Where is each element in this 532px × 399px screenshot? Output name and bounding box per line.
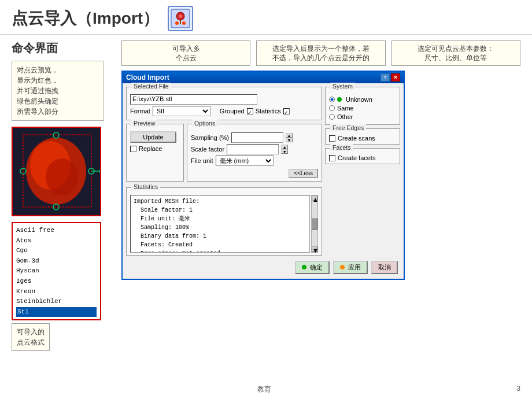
options-section: Options Sampling (%) 100.000000 ▲ ▼ — [187, 124, 322, 182]
annotation-grouped: 选定导入后显示为一个整体，若不选，导入的几个点云是分开的 — [256, 40, 385, 66]
svg-point-10 — [46, 158, 78, 195]
create-scans-checkbox[interactable] — [329, 135, 335, 142]
same-radio[interactable] — [329, 105, 335, 111]
dialog-body: Selected File E:\xyz\YZB.stl Format Stl — [123, 83, 404, 279]
format-item-kreon[interactable]: Kreon — [16, 287, 97, 297]
page-title: 点云导入（Import） — [12, 8, 159, 29]
right-column: 可导入多个点云 选定导入后显示为一个整体，若不选，导入的几个点云是分开的 选定可… — [121, 40, 520, 351]
annotation-multicloud: 可导入多个点云 — [121, 40, 250, 66]
create-scans-row: Create scans — [329, 135, 396, 142]
system-title: System — [330, 83, 355, 90]
file-unit-label: File unit — [191, 157, 213, 164]
less-button[interactable]: <<Less — [289, 169, 318, 178]
ok-label: 确定 — [310, 264, 323, 271]
help-button[interactable]: ? — [380, 73, 390, 82]
sampling-row: Sampling (%) 100.000000 ▲ ▼ — [191, 132, 318, 143]
preview-title: Preview — [131, 120, 157, 127]
dialog-main-panels: Selected File E:\xyz\YZB.stl Format Stl — [126, 87, 400, 258]
statistics-section: Statistics Imported MESH file: Scale fac… — [126, 187, 322, 256]
same-row: Same — [329, 105, 396, 112]
unknown-indicator — [337, 97, 342, 102]
left-column: 命令界面 对点云预览，显示为红色，并可通过拖拽绿色箭头确定所需导入部分 — [12, 40, 113, 351]
replace-label: Replace — [139, 145, 162, 152]
statistics-text-area[interactable]: Imported MESH file: Scale factor: 1 File… — [130, 195, 310, 253]
format-item-steinbichler[interactable]: Steinbichler — [16, 297, 97, 307]
format-list-annotation: 可导入的点云格式 — [12, 323, 50, 351]
stats-scrollbar[interactable]: ▲ ▼ — [311, 195, 318, 253]
svg-point-2 — [179, 14, 182, 18]
format-item-gom3d[interactable]: Gom-3d — [16, 256, 97, 267]
svg-marker-16 — [99, 169, 101, 173]
format-list[interactable]: Ascii free Atos Cgo Gom-3d Hyscan Iges K… — [12, 222, 101, 320]
scale-up[interactable]: ▲ — [281, 145, 288, 149]
ok-button[interactable]: 确定 — [295, 261, 330, 274]
section-label: 命令界面 — [12, 40, 113, 56]
sampling-up[interactable]: ▲ — [286, 133, 293, 138]
format-item-iges[interactable]: Iges — [16, 276, 97, 287]
format-select[interactable]: Stl — [153, 106, 210, 116]
dialog-right-panel: System Unknown Same — [325, 87, 400, 258]
svg-point-4 — [175, 21, 179, 25]
replace-checkbox[interactable] — [130, 146, 136, 152]
facets-section: Facets Create facets — [325, 148, 400, 164]
sampling-label: Sampling (%) — [191, 134, 229, 141]
scale-factor-label: Scale factor — [191, 146, 224, 153]
grouped-label: Grouped — [220, 108, 245, 114]
ok-indicator — [302, 265, 306, 269]
sampling-spinner[interactable]: ▲ ▼ — [286, 133, 293, 142]
replace-row: Replace — [130, 145, 180, 152]
apply-label: 应用 — [348, 264, 361, 271]
format-item-stl[interactable]: Stl — [16, 307, 97, 317]
statistics-checkbox[interactable] — [283, 108, 290, 114]
sampling-down[interactable]: ▼ — [286, 138, 293, 142]
selected-file-title: Selected File — [131, 83, 171, 90]
scale-spinner[interactable]: ▲ ▼ — [281, 145, 288, 154]
scroll-down[interactable]: ▼ — [312, 246, 317, 252]
apply-button[interactable]: 应用 — [333, 261, 368, 274]
scale-factor-input[interactable]: 1.000000 — [227, 144, 279, 154]
unknown-label: Unknown — [346, 96, 372, 103]
create-scans-label: Create scans — [338, 135, 375, 142]
create-facets-label: Create facets — [338, 154, 375, 161]
format-label: Format — [130, 108, 150, 114]
dialog-titlebar: Cloud Import ? ✕ — [123, 72, 404, 83]
close-button[interactable]: ✕ — [391, 73, 400, 82]
dialog-left-panel: Selected File E:\xyz\YZB.stl Format Stl — [126, 87, 322, 258]
file-unit-select[interactable]: 毫米 (mm) — [216, 156, 274, 166]
scroll-up[interactable]: ▲ — [312, 195, 317, 201]
svg-point-5 — [182, 21, 186, 25]
page-header: 点云导入（Import） — [0, 0, 532, 35]
system-section: System Unknown Same — [325, 87, 400, 125]
annotation-preview: 对点云预览，显示为红色，并可通过拖拽绿色箭头确定所需导入部分 — [12, 61, 104, 121]
scroll-thumb[interactable] — [312, 218, 317, 230]
scale-factor-row: Scale factor 1.000000 ▲ ▼ — [191, 144, 318, 154]
page-footer: 教育 3 — [0, 385, 532, 394]
sampling-input[interactable]: 100.000000 — [231, 132, 283, 143]
format-item-atos[interactable]: Atos — [16, 236, 97, 246]
cancel-button[interactable]: 取消 — [371, 261, 398, 274]
titlebar-buttons: ? ✕ — [380, 73, 400, 82]
preview-section: Preview Update Replace — [126, 124, 184, 182]
dialog-title: Cloud Import — [126, 73, 169, 82]
selected-file-section: Selected File E:\xyz\YZB.stl Format Stl — [126, 87, 322, 120]
format-item-hyscan[interactable]: Hyscan — [16, 266, 97, 276]
header-icon — [168, 6, 193, 31]
top-annotations: 可导入多个点云 选定导入后显示为一个整体，若不选，导入的几个点云是分开的 选定可… — [121, 40, 520, 66]
update-button[interactable]: Update — [130, 131, 176, 143]
create-facets-checkbox[interactable] — [329, 155, 335, 161]
file-path-input[interactable]: E:\xyz\YZB.stl — [130, 94, 257, 105]
format-item-cgo[interactable]: Cgo — [16, 246, 97, 256]
unknown-radio[interactable] — [329, 97, 335, 102]
create-facets-row: Create facets — [329, 154, 396, 161]
footer-page-number: 3 — [516, 385, 520, 394]
format-row: Format Stl Grouped Statistics — [130, 106, 318, 116]
free-edges-title: Free Edges — [330, 124, 366, 131]
scale-down[interactable]: ▼ — [281, 149, 288, 154]
dialog-bottom-buttons: 确定 应用 取消 — [126, 258, 400, 275]
same-label: Same — [337, 105, 354, 112]
grouped-checkbox[interactable] — [247, 108, 253, 114]
other-radio[interactable] — [329, 114, 335, 120]
format-item-ascii[interactable]: Ascii free — [16, 226, 97, 236]
annotation-params: 选定可见点云基本参数：尺寸、比例、单位等 — [391, 40, 520, 66]
cloud-import-dialog: Cloud Import ? ✕ Selected File E:\xy — [121, 71, 405, 280]
